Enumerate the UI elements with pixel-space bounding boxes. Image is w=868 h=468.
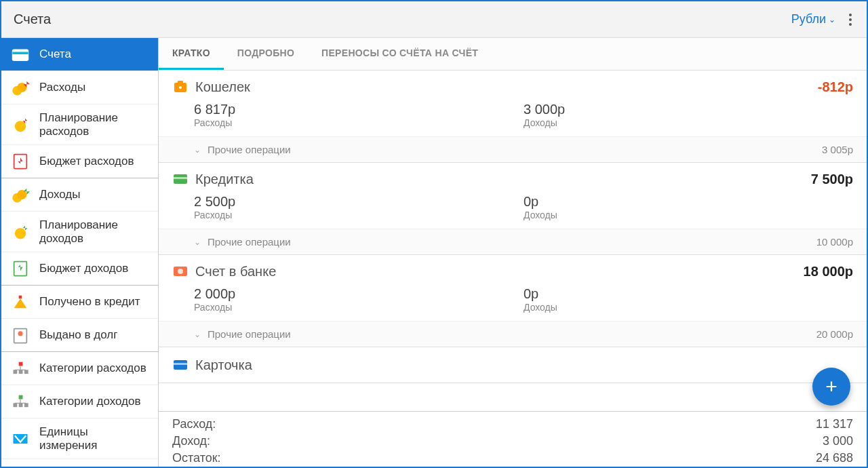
svg-rect-1 [12, 52, 28, 55]
sidebar-item-9[interactable]: Категории расходов [1, 352, 158, 385]
svg-point-8 [15, 228, 26, 239]
more-menu-icon[interactable] [846, 11, 854, 28]
sidebar-item-1[interactable]: Расходы [1, 71, 158, 104]
sidebar-icon [11, 222, 30, 241]
tab-1[interactable]: ПОДРОБНО [224, 38, 308, 70]
tabs: КРАТКОПОДРОБНОПЕРЕНОСЫ СО СЧЁТА НА СЧЁТ [159, 38, 867, 71]
sidebar: СчетаРасходыПланирование расходовБюджет … [1, 38, 159, 467]
svg-rect-22 [19, 395, 23, 399]
chevron-down-icon: ⌄ [194, 145, 201, 155]
account-0[interactable]: Кошелек-812р6 817рРасходы3 000рДоходы⌄Пр… [159, 71, 867, 163]
svg-rect-16 [19, 362, 23, 366]
sidebar-icon [11, 292, 30, 311]
account-name-label: Счет в банке [195, 264, 276, 279]
income-value: 0р [524, 286, 853, 302]
sidebar-icon [11, 78, 30, 97]
account-icon [172, 79, 189, 95]
sidebar-item-label: Единицы измерения [39, 425, 149, 452]
sidebar-item-label: Выдано в долг [39, 328, 117, 342]
account-icon [172, 263, 189, 279]
sidebar-item-5[interactable]: Планирование доходов [1, 212, 158, 252]
sidebar-item-label: Расходы [39, 81, 85, 94]
sidebar-item-label: Получено в кредит [39, 295, 140, 309]
other-operations-toggle[interactable]: ⌄Прочие операции20 000р [159, 321, 867, 347]
sidebar-item-7[interactable]: Получено в кредит [1, 286, 158, 319]
svg-rect-13 [14, 370, 18, 374]
sidebar-icon [11, 115, 30, 134]
income-value: 3 000р [524, 102, 853, 117]
sidebar-item-0[interactable]: Счета [1, 38, 158, 71]
expense-value: 6 817р [194, 102, 524, 117]
svg-rect-40 [174, 363, 187, 365]
other-ops-label: Прочие операции [208, 236, 291, 248]
svg-rect-14 [19, 370, 23, 374]
account-last[interactable]: Карточка [159, 347, 867, 383]
account-2[interactable]: Счет в банке18 000р2 000рРасходы0рДоходы… [159, 255, 867, 347]
sidebar-item-6[interactable]: Бюджет доходов [1, 252, 158, 286]
account-name-label: Карточка [195, 357, 252, 373]
expense-label: Расходы [194, 117, 524, 128]
account-balance: 7 500р [811, 172, 853, 187]
svg-point-12 [18, 331, 23, 336]
sidebar-item-12[interactable]: Кредиторы и должники [1, 459, 158, 467]
page-title: Счета [14, 12, 51, 27]
svg-point-4 [15, 121, 26, 132]
sidebar-item-3[interactable]: Бюджет расходов [1, 145, 158, 178]
footer-label: Расход: [172, 417, 216, 431]
footer-value: 24 688 [816, 451, 853, 465]
svg-point-3 [17, 83, 26, 92]
app-header: Счета Рубли ⌄ [1, 1, 867, 38]
tab-0[interactable]: КРАТКО [159, 38, 224, 70]
income-value: 0р [524, 194, 853, 210]
account-1[interactable]: Кредитка7 500р2 500рРасходы0рДоходы⌄Проч… [159, 163, 867, 255]
svg-rect-10 [19, 296, 22, 299]
footer-row-1: Доход:3 000 [172, 433, 853, 450]
footer-label: Остаток: [172, 451, 221, 465]
income-label: Доходы [524, 117, 853, 128]
sidebar-item-11[interactable]: Единицы измерения [1, 418, 158, 459]
svg-rect-21 [24, 404, 28, 408]
svg-point-38 [178, 269, 183, 274]
summary-footer: Расход:11 317Доход:3 000Остаток:24 688 [159, 411, 867, 467]
account-icon [172, 171, 189, 187]
expense-value: 2 000р [194, 286, 524, 302]
account-balance: -812р [818, 79, 853, 95]
sidebar-item-label: Доходы [39, 188, 81, 201]
sidebar-item-10[interactable]: Категории доходов [1, 385, 158, 418]
expense-label: Расходы [194, 302, 524, 313]
chevron-down-icon: ⌄ [194, 237, 201, 247]
income-label: Доходы [524, 302, 853, 313]
expense-label: Расходы [194, 210, 524, 220]
chevron-down-icon: ⌄ [829, 15, 835, 24]
sidebar-item-label: Планирование доходов [39, 218, 149, 245]
sidebar-item-label: Бюджет расходов [39, 155, 134, 168]
account-name-label: Кошелек [195, 79, 250, 95]
currency-label: Рубли [791, 12, 826, 26]
sidebar-icon [11, 185, 30, 204]
footer-row-2: Остаток:24 688 [172, 450, 853, 467]
footer-row-0: Расход:11 317 [172, 416, 853, 433]
svg-point-34 [179, 86, 182, 89]
sidebar-item-label: Счета [39, 47, 71, 61]
add-button[interactable]: + [812, 368, 850, 406]
svg-rect-19 [14, 404, 18, 408]
other-ops-label: Прочие операции [208, 328, 291, 340]
sidebar-item-8[interactable]: Выдано в долг [1, 319, 158, 352]
sidebar-item-4[interactable]: Доходы [1, 178, 158, 212]
other-ops-value: 3 005р [822, 144, 853, 155]
tab-2[interactable]: ПЕРЕНОСЫ СО СЧЁТА НА СЧЁТ [308, 38, 492, 70]
svg-rect-36 [174, 177, 187, 179]
account-icon [172, 357, 189, 373]
currency-selector[interactable]: Рубли ⌄ [791, 12, 835, 26]
other-operations-toggle[interactable]: ⌄Прочие операции10 000р [159, 229, 867, 254]
sidebar-item-label: Категории доходов [39, 395, 140, 408]
svg-rect-15 [24, 370, 28, 374]
sidebar-icon [11, 152, 30, 171]
svg-rect-20 [19, 404, 23, 408]
other-operations-toggle[interactable]: ⌄Прочие операции3 005р [159, 136, 867, 162]
other-ops-value: 20 000р [816, 328, 853, 340]
account-name-label: Кредитка [195, 172, 254, 187]
sidebar-item-label: Категории расходов [39, 362, 146, 375]
sidebar-item-2[interactable]: Планирование расходов [1, 104, 158, 145]
expense-value: 2 500р [194, 194, 524, 210]
